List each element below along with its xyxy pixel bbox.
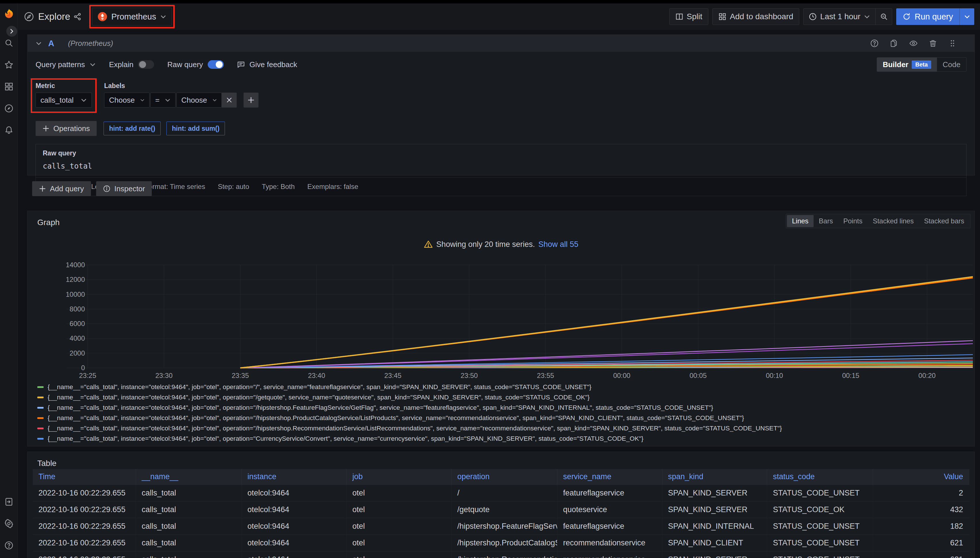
label-name-select[interactable]: Choose bbox=[104, 93, 150, 108]
zoom-out-icon bbox=[880, 13, 888, 21]
chevron-down-icon bbox=[164, 97, 171, 103]
remove-label-filter-button[interactable] bbox=[222, 93, 237, 108]
metric-select[interactable]: calls_total bbox=[36, 93, 92, 108]
time-series-chart[interactable] bbox=[66, 265, 973, 368]
remove-query-trash-icon[interactable] bbox=[929, 39, 937, 48]
annotation-box-datasource: Prometheus bbox=[89, 5, 175, 28]
table-cell: STATUS_CODE_UNSET bbox=[767, 535, 873, 551]
run-query-button[interactable]: Run query bbox=[896, 8, 974, 25]
table-header: Time__name__instancejoboperationservice_… bbox=[33, 469, 969, 484]
results-table: Time__name__instancejoboperationservice_… bbox=[33, 469, 969, 558]
tab-builder[interactable]: Builder Beta bbox=[877, 57, 937, 71]
split-button[interactable]: Split bbox=[669, 8, 708, 25]
query-hint-button[interactable]: hint: add rate() bbox=[104, 121, 161, 135]
add-to-dashboard-button[interactable]: Add to dashboard bbox=[712, 8, 799, 25]
sidebar-expand-button[interactable] bbox=[6, 26, 17, 37]
label-name-placeholder: Choose bbox=[109, 96, 135, 105]
query-help-icon[interactable] bbox=[870, 39, 879, 48]
table-header-cell[interactable]: Value bbox=[873, 469, 969, 484]
table-cell: 182 bbox=[873, 518, 969, 535]
settings-gear-icon[interactable] bbox=[4, 519, 13, 528]
operations-label: Operations bbox=[53, 124, 90, 133]
legend-swatch bbox=[37, 386, 44, 388]
give-feedback-link[interactable]: Give feedback bbox=[237, 60, 297, 69]
options-collapsed-row[interactable]: Options Legend: AutoFormat: Time seriesS… bbox=[36, 177, 967, 196]
query-ref-id: A bbox=[48, 39, 54, 48]
series-limit-warning: Showing only 20 time series. bbox=[436, 240, 535, 249]
operations-button[interactable]: Operations bbox=[36, 121, 97, 136]
inspector-button[interactable]: Inspector bbox=[96, 181, 152, 196]
page-title: Explore bbox=[38, 11, 70, 22]
raw-query-toggle[interactable] bbox=[208, 60, 224, 69]
share-icon[interactable] bbox=[73, 12, 82, 21]
table-header-cell[interactable]: service_name bbox=[557, 469, 662, 484]
duplicate-query-icon[interactable] bbox=[890, 39, 898, 48]
refresh-icon bbox=[903, 13, 911, 21]
table-row: 2022-10-16 00:22:29.655calls_totalotelco… bbox=[33, 535, 969, 551]
run-query-dropdown[interactable] bbox=[959, 8, 974, 25]
legend-series-label: {__name__="calls_total", instance="otelc… bbox=[48, 394, 590, 401]
legend-item[interactable]: {__name__="calls_total", instance="otelc… bbox=[37, 382, 969, 392]
explain-toggle[interactable] bbox=[138, 60, 154, 69]
inspector-label: Inspector bbox=[115, 184, 145, 193]
table-header-cell[interactable]: Time bbox=[33, 469, 136, 484]
legend-item[interactable]: {__name__="calls_total", instance="otelc… bbox=[37, 444, 969, 446]
starred-icon[interactable] bbox=[4, 60, 13, 69]
legend-item[interactable]: {__name__="calls_total", instance="otelc… bbox=[37, 423, 969, 433]
table-cell: STATUS_CODE_UNSET bbox=[767, 484, 873, 501]
time-picker: Last 1 hour bbox=[803, 8, 892, 25]
sidebar bbox=[0, 3, 18, 558]
graph-mode-tab-bars[interactable]: Bars bbox=[814, 215, 838, 227]
table-header-cell[interactable]: operation bbox=[451, 469, 557, 484]
x-tick-label: 23:25 bbox=[70, 372, 105, 380]
dashboards-icon[interactable] bbox=[4, 82, 13, 91]
graph-mode-tab-stacked-bars[interactable]: Stacked bars bbox=[919, 215, 969, 227]
table-header-cell[interactable]: __name__ bbox=[136, 469, 242, 484]
legend-item[interactable]: {__name__="calls_total", instance="otelc… bbox=[37, 402, 969, 413]
split-label: Split bbox=[687, 12, 702, 21]
graph-mode-tab-stacked-lines[interactable]: Stacked lines bbox=[868, 215, 919, 227]
sign-in-icon[interactable] bbox=[4, 497, 13, 506]
query-row-header[interactable]: A (Prometheus) bbox=[28, 35, 975, 52]
help-icon[interactable] bbox=[4, 541, 13, 550]
table-header-cell[interactable]: status_code bbox=[767, 469, 873, 484]
show-all-series-link[interactable]: Show all 55 bbox=[538, 240, 579, 249]
table-cell: STATUS_CODE_UNSET bbox=[767, 518, 873, 535]
legend-item[interactable]: {__name__="calls_total", instance="otelc… bbox=[37, 433, 969, 444]
legend-series-label: {__name__="calls_total", instance="otelc… bbox=[48, 414, 744, 422]
datasource-picker[interactable]: Prometheus bbox=[92, 8, 172, 26]
prometheus-icon bbox=[97, 12, 107, 21]
table-header-cell[interactable]: span_kind bbox=[662, 469, 767, 484]
add-label-filter-button[interactable] bbox=[243, 93, 258, 108]
label-operator-select[interactable]: = bbox=[150, 93, 176, 108]
legend-item[interactable]: {__name__="calls_total", instance="otelc… bbox=[37, 413, 969, 423]
table-cell: otel bbox=[347, 484, 452, 501]
graph-mode-tab-points[interactable]: Points bbox=[838, 215, 868, 227]
legend-item[interactable]: {__name__="calls_total", instance="otelc… bbox=[37, 392, 969, 402]
time-range-button[interactable]: Last 1 hour bbox=[804, 8, 875, 25]
zoom-out-time-button[interactable] bbox=[875, 8, 892, 25]
table-cell: /hipstershop.FeatureFlagServi... bbox=[451, 518, 557, 535]
table-cell: 621 bbox=[873, 551, 969, 558]
tab-code[interactable]: Code bbox=[937, 57, 966, 71]
drag-handle-icon[interactable] bbox=[948, 39, 957, 48]
alerting-bell-icon[interactable] bbox=[4, 126, 13, 135]
add-query-button[interactable]: Add query bbox=[32, 181, 91, 196]
plus-icon bbox=[43, 125, 49, 132]
search-icon[interactable] bbox=[4, 38, 13, 48]
table-cell: 2022-10-16 00:22:29.655 bbox=[33, 551, 136, 558]
hide-response-eye-icon[interactable] bbox=[909, 39, 918, 48]
table-header-cell[interactable]: instance bbox=[242, 469, 347, 484]
query-patterns-dropdown[interactable]: Query patterns bbox=[36, 60, 96, 69]
option-summary-item: Format: Time series bbox=[144, 183, 205, 191]
graph-mode-tab-lines[interactable]: Lines bbox=[787, 215, 814, 227]
grafana-logo-icon[interactable] bbox=[3, 8, 15, 21]
query-hint-button[interactable]: hint: add sum() bbox=[166, 121, 225, 135]
explore-compass-icon[interactable] bbox=[4, 104, 13, 113]
metric-value: calls_total bbox=[41, 96, 74, 105]
collapse-chevron-icon[interactable] bbox=[36, 40, 42, 46]
table-header-cell[interactable]: job bbox=[347, 469, 452, 484]
raw-query-expression: calls_total bbox=[43, 162, 959, 170]
label-value-select[interactable]: Choose bbox=[176, 93, 222, 108]
chevron-down-icon bbox=[89, 61, 96, 68]
